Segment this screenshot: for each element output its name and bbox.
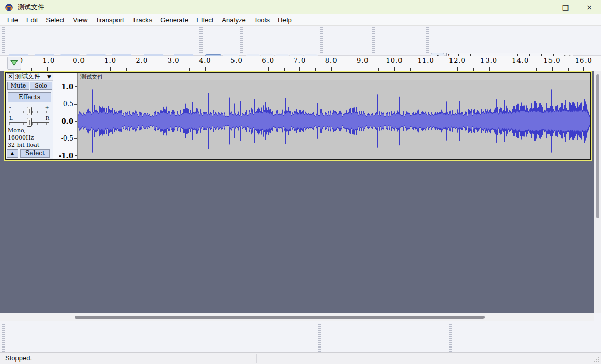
- menu-transport[interactable]: Transport: [91, 15, 128, 25]
- gain-minus-label: -: [9, 104, 11, 110]
- resize-grip[interactable]: [594, 357, 600, 363]
- ruler-time-label: 5.0: [230, 57, 243, 64]
- clip-header[interactable]: 测试文件: [78, 73, 590, 80]
- menu-bar: FileEditSelectViewTransportTracksGenerat…: [0, 14, 601, 26]
- ruler-time-label: 11.0: [418, 57, 435, 64]
- toolbar-grip[interactable]: [2, 27, 5, 54]
- gain-slider[interactable]: - +: [8, 105, 51, 115]
- ruler-time-label: 1.0: [104, 57, 116, 64]
- selection-toolbar: Project Rate (Hz) 16000 Snap-To Off Star…: [0, 321, 601, 352]
- status-text: Stopped.: [5, 354, 32, 362]
- effects-button[interactable]: Effects: [8, 92, 51, 102]
- title-bar: 测试文件 – □ ×: [0, 0, 601, 14]
- ruler-time-label: 15.0: [544, 57, 561, 64]
- close-button[interactable]: ×: [577, 0, 601, 14]
- menu-analyze[interactable]: Analyze: [218, 15, 249, 25]
- mute-button[interactable]: Mute: [7, 82, 29, 90]
- menu-edit[interactable]: Edit: [22, 15, 42, 25]
- vertical-ruler-label: 1.0: [61, 83, 73, 91]
- ruler-time-label: 10.0: [386, 57, 403, 64]
- pan-slider[interactable]: L R: [8, 116, 51, 127]
- track-menu-arrow-icon[interactable]: ▼: [47, 74, 51, 79]
- menu-generate[interactable]: Generate: [156, 15, 192, 25]
- track-control-panel: ✕ 测试文件 ▼ Mute Solo Effects - +: [6, 73, 53, 159]
- vertical-ruler-label: -1.0: [59, 152, 73, 160]
- track-collapse-button[interactable]: ▲: [7, 149, 18, 158]
- menu-tools[interactable]: Tools: [250, 15, 274, 25]
- menu-help[interactable]: Help: [274, 15, 296, 25]
- vertical-ruler[interactable]: 1.00.50.0-0.5-1.0: [53, 73, 78, 159]
- ruler-time-label: -2.0: [21, 57, 23, 64]
- track-close-button[interactable]: ✕: [7, 73, 14, 80]
- toolbar-grip[interactable]: [199, 27, 203, 54]
- track-name[interactable]: 测试文件: [14, 72, 47, 81]
- vertical-scrollbar-thumb[interactable]: [596, 74, 599, 218]
- vertical-ruler-label: -0.5: [61, 135, 73, 142]
- horizontal-scrollbar-thumb[interactable]: [75, 316, 485, 319]
- vertical-ruler-label: 0.5: [63, 100, 73, 108]
- ruler-time-label: 4.0: [199, 57, 211, 64]
- ruler-time-label: 16.0: [575, 57, 592, 64]
- audacity-window: 测试文件 – □ × FileEditSelectViewTransportTr…: [0, 0, 601, 364]
- window-title: 测试文件: [18, 3, 44, 12]
- track-format-info: Mono, 16000Hz 32-bit float: [8, 127, 53, 149]
- toolbar-grip[interactable]: [372, 27, 375, 54]
- ruler-time-label: 14.0: [512, 57, 529, 64]
- green-triangle-icon: [10, 60, 18, 66]
- vertical-ruler-label: 0.0: [61, 117, 73, 125]
- pan-right-label: R: [45, 115, 49, 121]
- waveform-area[interactable]: 测试文件: [78, 73, 590, 159]
- ruler-time-label: 7.0: [294, 57, 306, 64]
- audio-track: ✕ 测试文件 ▼ Mute Solo Effects - +: [4, 71, 592, 161]
- horizontal-scrollbar[interactable]: [0, 313, 594, 321]
- menu-select[interactable]: Select: [42, 15, 69, 25]
- vertical-scrollbar[interactable]: [594, 71, 601, 313]
- ruler-time-label: 3.0: [168, 57, 180, 64]
- toolbar-grip[interactable]: [240, 27, 243, 54]
- pan-left-label: L: [9, 115, 13, 121]
- track-header: ✕ 测试文件 ▼: [6, 73, 53, 81]
- track-canvas-area[interactable]: ✕ 测试文件 ▼ Mute Solo Effects - +: [0, 71, 594, 313]
- ruler-time-label: 9.0: [357, 57, 369, 64]
- waveform-canvas[interactable]: [78, 80, 590, 159]
- clip-name: 测试文件: [80, 73, 103, 81]
- menu-effect[interactable]: Effect: [192, 15, 218, 25]
- track-select-button[interactable]: Select: [20, 149, 50, 158]
- status-bar: Stopped.: [0, 352, 601, 364]
- ruler-time-label: 12.0: [449, 57, 466, 64]
- time-ruler[interactable]: -2.0-1.00.01.02.03.04.05.06.07.08.09.010…: [21, 56, 592, 71]
- toolbar-grip[interactable]: [320, 27, 323, 54]
- toolbar-grip[interactable]: [426, 27, 429, 54]
- menu-view[interactable]: View: [69, 15, 92, 25]
- ruler-time-label: 6.0: [262, 57, 274, 64]
- pan-slider-thumb[interactable]: [27, 118, 32, 127]
- menu-file[interactable]: File: [3, 15, 22, 25]
- timeline-ruler-bar: -2.0-1.00.01.02.03.04.05.06.07.08.09.010…: [0, 56, 601, 71]
- ruler-time-label: 2.0: [136, 57, 148, 64]
- solo-button[interactable]: Solo: [30, 82, 52, 90]
- minimize-button[interactable]: –: [530, 0, 554, 14]
- audacity-logo-icon: [5, 3, 13, 12]
- menu-tracks[interactable]: Tracks: [128, 15, 157, 25]
- ruler-time-label: 8.0: [325, 57, 338, 64]
- playhead-cursor[interactable]: [79, 56, 79, 71]
- ruler-time-label: 13.0: [480, 57, 497, 64]
- gain-slider-thumb[interactable]: [27, 107, 32, 115]
- ruler-time-label: -1.0: [40, 57, 55, 64]
- toolbar-dock: ▼ Audio Setup Share Audio LR -54-48-42-3…: [0, 26, 601, 56]
- gain-plus-label: +: [45, 104, 49, 110]
- timeline-options-button[interactable]: [7, 57, 21, 70]
- maximize-button[interactable]: □: [554, 0, 577, 14]
